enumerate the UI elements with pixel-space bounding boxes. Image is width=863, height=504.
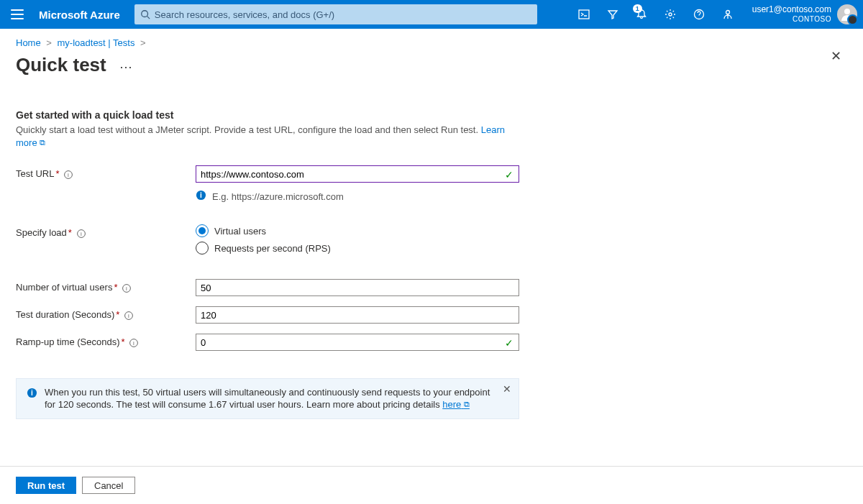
radio-rps[interactable]: Requests per second (RPS)	[196, 242, 516, 255]
info-icon: i	[196, 190, 206, 203]
cancel-button[interactable]: Cancel	[82, 477, 135, 494]
avatar	[837, 4, 857, 24]
num-users-label: Number of virtual users* i	[16, 279, 196, 293]
info-icon[interactable]: i	[77, 229, 86, 238]
breadcrumb: Home > my-loadtest | Tests >	[0, 29, 863, 48]
svg-text:i: i	[126, 285, 127, 292]
rampup-input[interactable]	[196, 334, 519, 351]
test-url-label: Test URL* i	[16, 165, 196, 179]
help-icon[interactable]	[685, 0, 713, 29]
svg-point-2	[669, 13, 672, 16]
global-search[interactable]: Search resources, services, and docs (G+…	[134, 4, 537, 24]
filter-icon[interactable]	[598, 0, 627, 29]
run-test-button[interactable]: Run test	[16, 477, 76, 494]
top-bar: Microsoft Azure Search resources, servic…	[0, 0, 863, 29]
user-email: user1@contoso.com	[752, 4, 831, 14]
radio-virtual-users[interactable]: Virtual users	[196, 224, 516, 237]
info-icon[interactable]: i	[64, 170, 73, 179]
footer: Run test Cancel	[0, 466, 863, 504]
rampup-label: Ramp-up time (Seconds)* i	[16, 334, 196, 347]
section-heading: Get started with a quick load test	[16, 109, 516, 121]
hamburger-menu[interactable]	[0, 0, 35, 29]
content-area: Get started with a quick load test Quick…	[0, 76, 532, 419]
brand-label[interactable]: Microsoft Azure	[39, 9, 120, 21]
top-icons: 1 user1@contoso.com CONTOSO	[570, 0, 863, 29]
info-notice: i When you run this test, 50 virtual use…	[16, 378, 519, 419]
svg-point-4	[726, 11, 729, 14]
close-icon[interactable]: ✕	[503, 383, 511, 395]
breadcrumb-item[interactable]: my-loadtest | Tests	[58, 37, 135, 48]
cloud-shell-icon[interactable]	[570, 0, 598, 29]
svg-text:i: i	[68, 172, 69, 178]
info-icon[interactable]: i	[129, 339, 138, 347]
info-icon[interactable]: i	[122, 284, 131, 293]
duration-input[interactable]	[196, 306, 519, 324]
radio-unselected-icon	[196, 242, 209, 255]
feedback-icon[interactable]	[713, 0, 742, 29]
notifications-icon[interactable]: 1	[627, 0, 656, 29]
test-url-input[interactable]	[196, 165, 519, 183]
tenant-name: CONTOSO	[752, 14, 831, 24]
svg-text:i: i	[200, 191, 202, 199]
num-users-input[interactable]	[196, 279, 519, 296]
svg-text:i: i	[81, 231, 82, 237]
svg-text:i: i	[128, 313, 129, 319]
info-icon: i	[27, 388, 37, 411]
close-icon[interactable]: ✕	[831, 48, 841, 64]
svg-point-0	[142, 11, 148, 17]
specify-load-label: Specify load* i	[16, 224, 196, 238]
breadcrumb-home[interactable]: Home	[16, 37, 41, 48]
radio-selected-icon	[196, 224, 209, 237]
duration-label: Test duration (Seconds)* i	[16, 306, 196, 320]
more-actions-icon[interactable]: ⋯	[119, 59, 134, 75]
test-url-hint: E.g. https://azure.microsoft.com	[212, 191, 344, 202]
pricing-link[interactable]: here ⧉	[442, 399, 470, 410]
page-header: Quick test ⋯ ✕	[0, 48, 863, 76]
notification-badge: 1	[633, 4, 642, 13]
svg-text:i: i	[31, 389, 33, 397]
search-placeholder: Search resources, services, and docs (G+…	[155, 9, 334, 20]
user-menu[interactable]: user1@contoso.com CONTOSO	[742, 4, 863, 24]
section-description: Quickly start a load test without a JMet…	[16, 124, 516, 150]
page-title: Quick test	[16, 54, 106, 76]
settings-icon[interactable]	[656, 0, 685, 29]
svg-text:i: i	[133, 340, 134, 347]
svg-point-5	[844, 9, 850, 14]
info-icon[interactable]: i	[124, 311, 133, 320]
